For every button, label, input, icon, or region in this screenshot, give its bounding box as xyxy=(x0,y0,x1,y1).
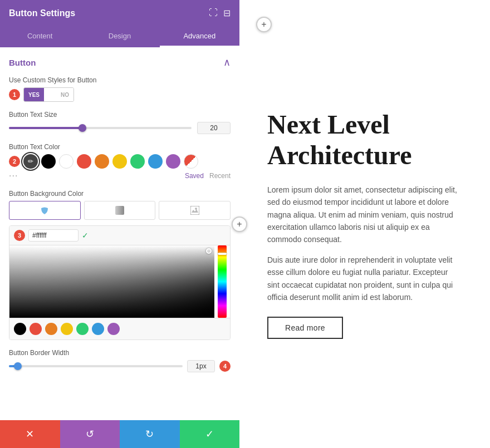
border-slider-thumb[interactable] xyxy=(14,362,22,370)
split-icon[interactable]: ⊟ xyxy=(223,8,231,18)
text-color-row: Button Text Color 2 ✏ ··· Saved Recent xyxy=(9,143,231,181)
swatch-orange[interactable] xyxy=(95,154,109,169)
custom-styles-row: Use Custom Styles for Button 1 YES NO xyxy=(9,76,231,102)
read-more-button[interactable]: Read more xyxy=(267,317,343,339)
settings-panel: Button Settings ⛶ ⊟ Content Design Advan… xyxy=(0,0,239,448)
picker-swatch-blue[interactable] xyxy=(92,323,104,335)
color-input-row: 3 ✓ xyxy=(9,226,230,245)
text-size-value[interactable]: 20 xyxy=(197,122,231,134)
tab-bar: Content Design Advanced xyxy=(0,26,239,47)
tab-advanced[interactable]: Advanced xyxy=(160,26,239,47)
border-slider[interactable] xyxy=(9,365,183,367)
slider-thumb[interactable] xyxy=(79,124,86,132)
hex-input[interactable] xyxy=(28,229,79,242)
bg-tab-image[interactable] xyxy=(159,201,231,220)
section-title: Button xyxy=(9,58,36,67)
bg-color-tabs xyxy=(9,201,231,220)
badge-3: 3 xyxy=(14,230,25,241)
panel-title: Button Settings xyxy=(9,8,75,18)
custom-styles-label: Use Custom Styles for Button xyxy=(9,76,231,84)
saved-recent: Saved Recent xyxy=(185,172,231,180)
picker-area[interactable] xyxy=(9,245,230,318)
picker-swatch-yellow[interactable] xyxy=(61,323,73,335)
collapse-button[interactable]: ∧ xyxy=(223,56,231,68)
confirm-icon: ✓ xyxy=(205,428,214,440)
add-button-top[interactable]: + xyxy=(256,17,272,32)
right-panel: + + Next Level Architecture Lorem ipsum … xyxy=(239,0,490,448)
border-value[interactable]: 1px xyxy=(187,360,215,372)
saturation-box[interactable] xyxy=(9,245,214,318)
toggle-thumb xyxy=(45,90,55,100)
border-slider-row: 1px 4 xyxy=(9,360,231,372)
cancel-icon: ✕ xyxy=(26,428,34,440)
bg-color-label: Button Background Color xyxy=(9,190,231,198)
swatch-black[interactable] xyxy=(41,154,56,169)
svg-rect-1 xyxy=(190,206,199,215)
undo-icon: ↺ xyxy=(86,428,94,440)
more-dots-icon[interactable]: ··· xyxy=(9,171,18,181)
saturation-gradient xyxy=(9,245,214,318)
panel-header: Button Settings ⛶ ⊟ xyxy=(0,0,239,26)
recent-label[interactable]: Recent xyxy=(209,172,231,180)
add-icon-left: + xyxy=(237,219,242,229)
text-color-label: Button Text Color xyxy=(9,143,231,151)
heading-line1: Next Level xyxy=(267,110,390,139)
swatch-purple[interactable] xyxy=(166,154,180,169)
badge-4: 4 xyxy=(219,361,231,372)
swatch-red[interactable] xyxy=(77,154,91,169)
toggle-wrapper: 1 YES NO xyxy=(9,87,231,102)
bg-tab-solid[interactable] xyxy=(9,201,81,220)
right-content: Next Level Architecture Lorem ipsum dolo… xyxy=(267,109,462,339)
pencil-swatch[interactable]: ✏ xyxy=(23,154,38,169)
color-cursor xyxy=(206,248,212,254)
confirm-button[interactable]: ✓ xyxy=(180,420,240,448)
picker-swatch-purple[interactable] xyxy=(107,323,120,335)
swatch-green[interactable] xyxy=(130,154,145,169)
bg-tab-gradient[interactable] xyxy=(84,201,156,220)
swatch-gradient[interactable] xyxy=(184,154,198,169)
redo-button[interactable]: ↻ xyxy=(120,420,180,448)
picker-swatch-red[interactable] xyxy=(30,323,42,335)
cancel-button[interactable]: ✕ xyxy=(0,420,60,448)
heading-line2: Architecture xyxy=(267,140,411,170)
color-picker: 3 ✓ xyxy=(9,225,231,340)
picker-swatches xyxy=(9,318,230,339)
border-width-row: Button Border Width 1px 4 xyxy=(9,349,231,372)
hue-thumb xyxy=(218,253,227,255)
picker-swatch-orange[interactable] xyxy=(45,323,57,335)
section-header: Button ∧ xyxy=(9,56,231,68)
svg-rect-0 xyxy=(115,206,124,215)
custom-styles-toggle[interactable]: YES NO xyxy=(23,87,74,102)
text-size-row: Button Text Size 20 xyxy=(9,111,231,134)
bg-color-row: Button Background Color 3 ✓ xyxy=(9,190,231,340)
picker-swatch-black[interactable] xyxy=(14,323,26,335)
action-bar: ✕ ↺ ↻ ✓ xyxy=(0,420,239,448)
paragraph-2: Duis aute irure dolor in reprehenderit i… xyxy=(267,254,462,304)
svg-point-2 xyxy=(195,208,197,210)
swatch-white[interactable] xyxy=(59,154,74,169)
toggle-no-label: NO xyxy=(56,88,74,101)
saved-label[interactable]: Saved xyxy=(185,172,204,180)
swatch-footer: ··· Saved Recent xyxy=(9,171,231,181)
undo-button[interactable]: ↺ xyxy=(60,420,120,448)
picker-swatch-green[interactable] xyxy=(76,323,89,335)
tab-design[interactable]: Design xyxy=(80,26,159,47)
swatch-blue[interactable] xyxy=(148,154,163,169)
add-button-left[interactable]: + xyxy=(232,216,247,232)
swatch-yellow[interactable] xyxy=(112,154,127,169)
paragraph-1: Lorem ipsum dolor sit amet, consectetur … xyxy=(267,184,462,246)
redo-icon: ↻ xyxy=(145,428,154,440)
text-size-slider[interactable] xyxy=(9,127,192,129)
confirm-hex-icon[interactable]: ✓ xyxy=(82,231,89,240)
maximize-icon[interactable]: ⛶ xyxy=(209,8,218,18)
panel-body: Button ∧ Use Custom Styles for Button 1 … xyxy=(0,47,239,420)
heading: Next Level Architecture xyxy=(267,109,462,170)
header-icons: ⛶ ⊟ xyxy=(209,8,231,18)
add-icon-top: + xyxy=(261,19,266,29)
tab-content[interactable]: Content xyxy=(0,26,80,47)
color-swatches: 2 ✏ xyxy=(9,154,231,169)
badge-1: 1 xyxy=(9,89,20,100)
hue-slider[interactable] xyxy=(218,245,227,318)
badge-2: 2 xyxy=(9,156,20,167)
border-width-label: Button Border Width xyxy=(9,349,231,357)
